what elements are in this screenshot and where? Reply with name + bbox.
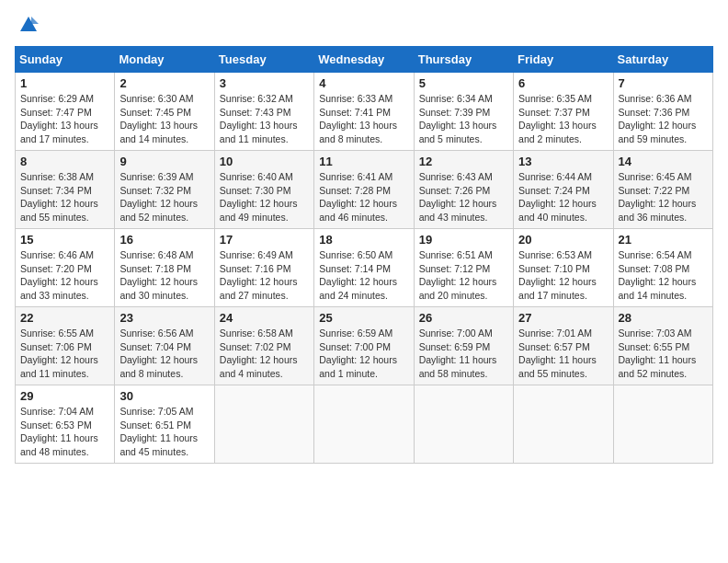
calendar-cell: 6Sunrise: 6:35 AMSunset: 7:37 PMDaylight…	[514, 73, 613, 151]
calendar-cell: 28Sunrise: 7:03 AMSunset: 6:55 PMDayligh…	[613, 307, 712, 385]
day-info: Sunrise: 6:46 AMSunset: 7:20 PMDaylight:…	[20, 248, 109, 303]
day-info: Sunrise: 6:38 AMSunset: 7:34 PMDaylight:…	[20, 170, 109, 224]
day-number: 19	[419, 233, 508, 247]
day-number: 6	[518, 76, 608, 90]
day-info: Sunrise: 6:33 AMSunset: 7:41 PMDaylight:…	[319, 92, 408, 146]
day-number: 3	[220, 76, 309, 90]
calendar-cell: 21Sunrise: 6:54 AMSunset: 7:08 PMDayligh…	[613, 229, 712, 307]
day-info: Sunrise: 6:32 AMSunset: 7:43 PMDaylight:…	[220, 92, 309, 146]
day-info: Sunrise: 6:29 AMSunset: 7:47 PMDaylight:…	[20, 92, 109, 146]
day-number: 25	[319, 311, 408, 325]
day-number: 28	[619, 311, 708, 325]
svg-marker-1	[31, 17, 39, 24]
weekday-header-monday: Monday	[115, 47, 214, 73]
day-info: Sunrise: 7:01 AMSunset: 6:57 PMDaylight:…	[518, 327, 608, 381]
week-row-1: 1Sunrise: 6:29 AMSunset: 7:47 PMDaylight…	[16, 73, 713, 151]
calendar-cell: 15Sunrise: 6:46 AMSunset: 7:20 PMDayligh…	[16, 229, 115, 307]
day-info: Sunrise: 6:54 AMSunset: 7:08 PMDaylight:…	[619, 248, 708, 303]
day-number: 11	[319, 155, 408, 168]
day-number: 24	[220, 311, 309, 325]
day-info: Sunrise: 6:41 AMSunset: 7:28 PMDaylight:…	[319, 170, 408, 224]
calendar-cell: 8Sunrise: 6:38 AMSunset: 7:34 PMDaylight…	[16, 151, 115, 229]
day-number: 21	[619, 233, 708, 247]
calendar-cell	[214, 385, 313, 464]
day-info: Sunrise: 6:36 AMSunset: 7:36 PMDaylight:…	[619, 92, 708, 146]
weekday-header-friday: Friday	[514, 47, 613, 73]
calendar-cell: 20Sunrise: 6:53 AMSunset: 7:10 PMDayligh…	[514, 229, 613, 307]
day-number: 13	[518, 155, 608, 168]
calendar-cell: 5Sunrise: 6:34 AMSunset: 7:39 PMDaylight…	[414, 73, 513, 151]
day-info: Sunrise: 6:30 AMSunset: 7:45 PMDaylight:…	[119, 92, 209, 146]
calendar-cell	[314, 385, 414, 464]
day-number: 15	[20, 233, 109, 247]
day-number: 1	[20, 76, 109, 90]
calendar-cell: 10Sunrise: 6:40 AMSunset: 7:30 PMDayligh…	[214, 151, 313, 229]
calendar-cell: 17Sunrise: 6:49 AMSunset: 7:16 PMDayligh…	[214, 229, 313, 307]
day-info: Sunrise: 6:40 AMSunset: 7:30 PMDaylight:…	[220, 170, 309, 224]
calendar-cell: 16Sunrise: 6:48 AMSunset: 7:18 PMDayligh…	[115, 229, 214, 307]
day-number: 30	[119, 389, 209, 403]
day-number: 27	[518, 311, 608, 325]
day-info: Sunrise: 6:48 AMSunset: 7:18 PMDaylight:…	[119, 248, 209, 303]
day-number: 14	[619, 155, 708, 168]
calendar-cell: 25Sunrise: 6:59 AMSunset: 7:00 PMDayligh…	[314, 307, 414, 385]
day-number: 7	[619, 76, 708, 90]
logo	[15, 15, 39, 35]
day-info: Sunrise: 6:43 AMSunset: 7:26 PMDaylight:…	[419, 170, 508, 224]
day-info: Sunrise: 6:56 AMSunset: 7:04 PMDaylight:…	[119, 327, 209, 381]
day-info: Sunrise: 6:55 AMSunset: 7:06 PMDaylight:…	[20, 327, 109, 381]
weekday-header-saturday: Saturday	[613, 47, 712, 73]
day-info: Sunrise: 6:50 AMSunset: 7:14 PMDaylight:…	[319, 248, 408, 303]
calendar-cell: 2Sunrise: 6:30 AMSunset: 7:45 PMDaylight…	[115, 73, 214, 151]
weekday-header-tuesday: Tuesday	[214, 47, 313, 73]
day-info: Sunrise: 6:34 AMSunset: 7:39 PMDaylight:…	[419, 92, 508, 146]
day-number: 12	[419, 155, 508, 168]
calendar-cell: 13Sunrise: 6:44 AMSunset: 7:24 PMDayligh…	[514, 151, 613, 229]
day-info: Sunrise: 7:05 AMSunset: 6:51 PMDaylight:…	[119, 405, 209, 459]
calendar-cell: 24Sunrise: 6:58 AMSunset: 7:02 PMDayligh…	[214, 307, 313, 385]
calendar-cell: 22Sunrise: 6:55 AMSunset: 7:06 PMDayligh…	[16, 307, 115, 385]
week-row-3: 15Sunrise: 6:46 AMSunset: 7:20 PMDayligh…	[16, 229, 713, 307]
calendar-cell: 14Sunrise: 6:45 AMSunset: 7:22 PMDayligh…	[613, 151, 712, 229]
day-number: 23	[119, 311, 209, 325]
week-row-5: 29Sunrise: 7:04 AMSunset: 6:53 PMDayligh…	[16, 385, 713, 464]
calendar-cell: 29Sunrise: 7:04 AMSunset: 6:53 PMDayligh…	[16, 385, 115, 464]
day-number: 20	[518, 233, 608, 247]
day-info: Sunrise: 6:51 AMSunset: 7:12 PMDaylight:…	[419, 248, 508, 303]
calendar-table: SundayMondayTuesdayWednesdayThursdayFrid…	[15, 46, 713, 464]
calendar-cell: 1Sunrise: 6:29 AMSunset: 7:47 PMDaylight…	[16, 73, 115, 151]
weekday-header-sunday: Sunday	[16, 47, 115, 73]
calendar-cell: 4Sunrise: 6:33 AMSunset: 7:41 PMDaylight…	[314, 73, 414, 151]
day-number: 29	[20, 389, 109, 403]
week-row-2: 8Sunrise: 6:38 AMSunset: 7:34 PMDaylight…	[16, 151, 713, 229]
day-number: 18	[319, 233, 408, 247]
day-info: Sunrise: 6:45 AMSunset: 7:22 PMDaylight:…	[619, 170, 708, 224]
day-number: 10	[220, 155, 309, 168]
calendar-cell: 23Sunrise: 6:56 AMSunset: 7:04 PMDayligh…	[115, 307, 214, 385]
calendar-cell: 19Sunrise: 6:51 AMSunset: 7:12 PMDayligh…	[414, 229, 513, 307]
day-info: Sunrise: 7:04 AMSunset: 6:53 PMDaylight:…	[20, 405, 109, 459]
calendar-cell: 11Sunrise: 6:41 AMSunset: 7:28 PMDayligh…	[314, 151, 414, 229]
week-row-4: 22Sunrise: 6:55 AMSunset: 7:06 PMDayligh…	[16, 307, 713, 385]
calendar-cell: 18Sunrise: 6:50 AMSunset: 7:14 PMDayligh…	[314, 229, 414, 307]
weekday-header-thursday: Thursday	[414, 47, 513, 73]
day-number: 26	[419, 311, 508, 325]
day-number: 2	[119, 76, 209, 90]
day-number: 16	[119, 233, 209, 247]
day-number: 5	[419, 76, 508, 90]
calendar-cell: 26Sunrise: 7:00 AMSunset: 6:59 PMDayligh…	[414, 307, 513, 385]
calendar-cell	[514, 385, 613, 464]
day-info: Sunrise: 6:49 AMSunset: 7:16 PMDaylight:…	[220, 248, 309, 303]
day-info: Sunrise: 6:53 AMSunset: 7:10 PMDaylight:…	[518, 248, 608, 303]
calendar-cell	[414, 385, 513, 464]
day-info: Sunrise: 7:03 AMSunset: 6:55 PMDaylight:…	[619, 327, 708, 381]
day-info: Sunrise: 6:39 AMSunset: 7:32 PMDaylight:…	[119, 170, 209, 224]
calendar-cell: 30Sunrise: 7:05 AMSunset: 6:51 PMDayligh…	[115, 385, 214, 464]
day-info: Sunrise: 6:44 AMSunset: 7:24 PMDaylight:…	[518, 170, 608, 224]
day-info: Sunrise: 6:58 AMSunset: 7:02 PMDaylight:…	[220, 327, 309, 381]
calendar-cell: 12Sunrise: 6:43 AMSunset: 7:26 PMDayligh…	[414, 151, 513, 229]
logo-icon	[18, 15, 39, 35]
day-info: Sunrise: 7:00 AMSunset: 6:59 PMDaylight:…	[419, 327, 508, 381]
calendar-cell: 27Sunrise: 7:01 AMSunset: 6:57 PMDayligh…	[514, 307, 613, 385]
calendar-cell: 7Sunrise: 6:36 AMSunset: 7:36 PMDaylight…	[613, 73, 712, 151]
